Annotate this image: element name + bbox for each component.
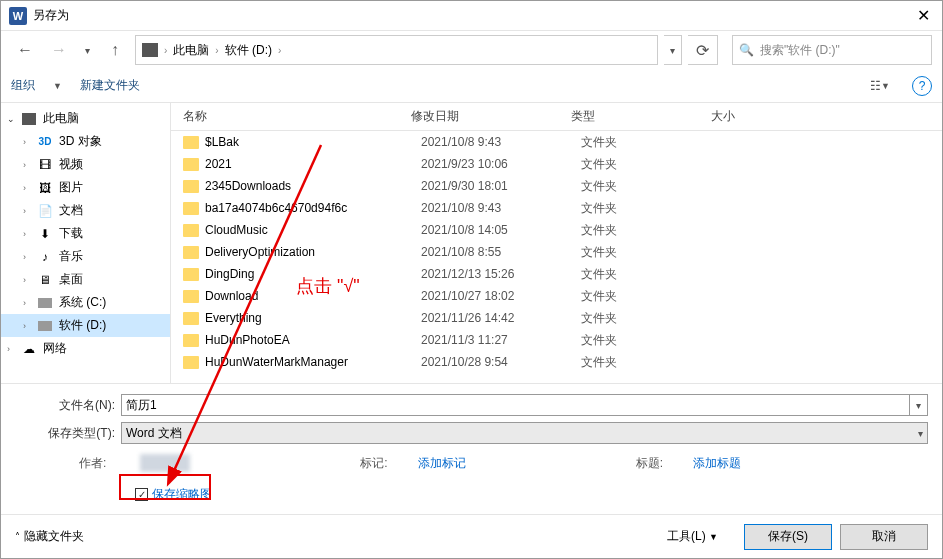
file-type: 文件夹 bbox=[581, 244, 721, 261]
tree-item-文档[interactable]: ›📄文档 bbox=[1, 199, 170, 222]
file-date: 2021/10/8 14:05 bbox=[421, 223, 581, 237]
tree-icon bbox=[21, 111, 37, 127]
word-icon: W bbox=[9, 7, 27, 25]
file-name: HuDunWaterMarkManager bbox=[205, 355, 421, 369]
file-date: 2021/10/8 8:55 bbox=[421, 245, 581, 259]
address-dropdown[interactable]: ▾ bbox=[664, 35, 682, 65]
column-type[interactable]: 类型 bbox=[571, 108, 711, 125]
filename-dropdown[interactable]: ▾ bbox=[910, 394, 928, 416]
tree-icon: ♪ bbox=[37, 249, 53, 265]
forward-button[interactable]: → bbox=[45, 36, 73, 64]
file-name: ba17a4074b6c4670d94f6c bbox=[205, 201, 421, 215]
file-date: 2021/9/30 18:01 bbox=[421, 179, 581, 193]
tree-item-此电脑[interactable]: ⌄此电脑 bbox=[1, 107, 170, 130]
tree-chevron-icon[interactable]: › bbox=[23, 183, 35, 193]
folder-icon bbox=[183, 202, 199, 215]
file-type: 文件夹 bbox=[581, 134, 721, 151]
file-row[interactable]: DeliveryOptimization2021/10/8 8:55文件夹 bbox=[171, 241, 942, 263]
column-date[interactable]: 修改日期 bbox=[411, 108, 571, 125]
file-row[interactable]: HuDunPhotoEA2021/11/3 11:27文件夹 bbox=[171, 329, 942, 351]
filetype-value: Word 文档 bbox=[126, 425, 182, 442]
tree-item-音乐[interactable]: ›♪音乐 bbox=[1, 245, 170, 268]
tree-item-软件 (D:)[interactable]: ›软件 (D:) bbox=[1, 314, 170, 337]
tree-chevron-icon[interactable]: › bbox=[23, 160, 35, 170]
file-row[interactable]: 2345Downloads2021/9/30 18:01文件夹 bbox=[171, 175, 942, 197]
filetype-combo[interactable]: Word 文档 ▾ bbox=[121, 422, 928, 444]
tree-chevron-icon[interactable]: › bbox=[23, 252, 35, 262]
close-button[interactable]: ✕ bbox=[913, 6, 934, 25]
file-date: 2021/10/8 9:43 bbox=[421, 201, 581, 215]
file-row[interactable]: $LBak2021/10/8 9:43文件夹 bbox=[171, 131, 942, 153]
add-tag-link[interactable]: 添加标记 bbox=[418, 455, 466, 472]
tag-label: 标记: bbox=[360, 455, 387, 472]
tree-item-桌面[interactable]: ›🖥桌面 bbox=[1, 268, 170, 291]
tree-item-下载[interactable]: ›⬇下载 bbox=[1, 222, 170, 245]
file-type: 文件夹 bbox=[581, 288, 721, 305]
tree-chevron-icon[interactable]: › bbox=[7, 344, 19, 354]
tree-chevron-icon[interactable]: › bbox=[23, 298, 35, 308]
breadcrumb-sep: › bbox=[215, 45, 218, 56]
column-size[interactable]: 大小 bbox=[711, 108, 791, 125]
thumbnail-label[interactable]: 保存缩略图 bbox=[152, 486, 212, 503]
up-button[interactable]: ↑ bbox=[101, 36, 129, 64]
organize-menu[interactable]: 组织 bbox=[11, 77, 35, 94]
tree-icon: ⬇ bbox=[37, 226, 53, 242]
file-row[interactable]: 20212021/9/23 10:06文件夹 bbox=[171, 153, 942, 175]
new-folder-button[interactable]: 新建文件夹 bbox=[80, 77, 140, 94]
tree-chevron-icon[interactable]: › bbox=[23, 229, 35, 239]
help-button[interactable]: ? bbox=[912, 76, 932, 96]
author-value[interactable] bbox=[140, 454, 190, 472]
tree-label: 桌面 bbox=[59, 271, 83, 288]
tree-item-网络[interactable]: ›☁网络 bbox=[1, 337, 170, 360]
tree-icon bbox=[37, 318, 53, 334]
tree-item-图片[interactable]: ›🖼图片 bbox=[1, 176, 170, 199]
file-name: DeliveryOptimization bbox=[205, 245, 421, 259]
tree-item-视频[interactable]: ›🎞视频 bbox=[1, 153, 170, 176]
file-row[interactable]: Everything2021/11/26 14:42文件夹 bbox=[171, 307, 942, 329]
refresh-button[interactable]: ⟳ bbox=[688, 35, 718, 65]
file-type: 文件夹 bbox=[581, 178, 721, 195]
dialog-title: 另存为 bbox=[33, 7, 69, 24]
file-row[interactable]: HuDunWaterMarkManager2021/10/28 9:54文件夹 bbox=[171, 351, 942, 373]
tree-chevron-icon[interactable]: › bbox=[23, 321, 35, 331]
file-date: 2021/11/3 11:27 bbox=[421, 333, 581, 347]
breadcrumb-pc[interactable]: 此电脑 bbox=[173, 42, 209, 59]
file-type: 文件夹 bbox=[581, 222, 721, 239]
thumbnail-checkbox[interactable]: ✓ bbox=[135, 488, 148, 501]
tree-label: 此电脑 bbox=[43, 110, 79, 127]
file-row[interactable]: CloudMusic2021/10/8 14:05文件夹 bbox=[171, 219, 942, 241]
history-dropdown[interactable]: ▾ bbox=[79, 37, 95, 63]
file-row[interactable]: ba17a4074b6c4670d94f6c2021/10/8 9:43文件夹 bbox=[171, 197, 942, 219]
tree-chevron-icon[interactable]: › bbox=[23, 137, 35, 147]
tree-label: 3D 对象 bbox=[59, 133, 102, 150]
filename-input[interactable] bbox=[121, 394, 910, 416]
search-input[interactable]: 🔍 搜索"软件 (D:)" bbox=[732, 35, 932, 65]
save-button[interactable]: 保存(S) bbox=[744, 524, 832, 550]
cancel-button[interactable]: 取消 bbox=[840, 524, 928, 550]
tree-chevron-icon[interactable]: ⌄ bbox=[7, 114, 19, 124]
tree-chevron-icon[interactable]: › bbox=[23, 275, 35, 285]
tree-item-系统 (C:)[interactable]: ›系统 (C:) bbox=[1, 291, 170, 314]
file-date: 2021/11/26 14:42 bbox=[421, 311, 581, 325]
tree-chevron-icon[interactable]: › bbox=[23, 206, 35, 216]
chevron-up-icon: ˄ bbox=[15, 531, 20, 542]
tree-icon: 3D bbox=[37, 134, 53, 150]
add-title-link[interactable]: 添加标题 bbox=[693, 455, 741, 472]
tree-item-3D 对象[interactable]: ›3D3D 对象 bbox=[1, 130, 170, 153]
view-mode-button[interactable]: ☷ ▼ bbox=[866, 74, 894, 98]
file-row[interactable]: Download2021/10/27 18:02文件夹 bbox=[171, 285, 942, 307]
breadcrumb-sep: › bbox=[278, 45, 281, 56]
folder-icon bbox=[183, 334, 199, 347]
tools-menu[interactable]: 工具(L) ▼ bbox=[667, 528, 718, 545]
back-button[interactable]: ← bbox=[11, 36, 39, 64]
hide-folders-button[interactable]: ˄ 隐藏文件夹 bbox=[15, 528, 84, 545]
tree-label: 软件 (D:) bbox=[59, 317, 106, 334]
file-row[interactable]: DingDing2021/12/13 15:26文件夹 bbox=[171, 263, 942, 285]
tree-label: 文档 bbox=[59, 202, 83, 219]
breadcrumb-drive[interactable]: 软件 (D:) bbox=[225, 42, 272, 59]
address-bar[interactable]: › 此电脑 › 软件 (D:) › bbox=[135, 35, 658, 65]
folder-icon bbox=[183, 246, 199, 259]
column-name[interactable]: 名称 bbox=[171, 108, 411, 125]
breadcrumb-sep: › bbox=[164, 45, 167, 56]
file-name: 2345Downloads bbox=[205, 179, 421, 193]
